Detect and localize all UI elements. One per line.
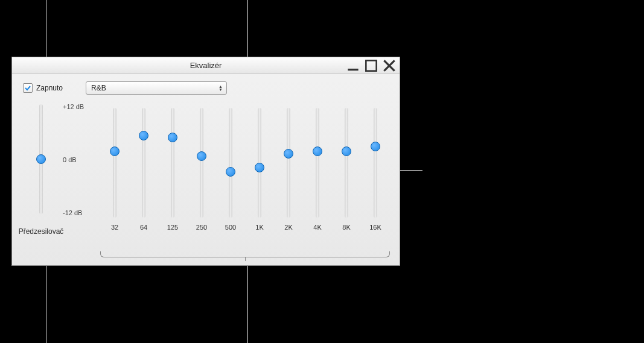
- preset-selected-value: R&B: [91, 84, 106, 92]
- band-slider-64[interactable]: [142, 108, 145, 218]
- band-slider-4K[interactable]: [316, 108, 319, 218]
- updown-icon: ▲▼: [218, 85, 223, 91]
- band-slider-thumb-1K[interactable]: [255, 163, 264, 172]
- preset-select[interactable]: R&B ▲▼: [86, 81, 227, 95]
- band-slider-32[interactable]: [113, 108, 116, 218]
- band-slider-thumb-32[interactable]: [110, 146, 120, 156]
- band-column-1K: 1K: [247, 104, 272, 231]
- equalizer-window: Ekvalizér Zapnuto R&B ▲▼: [12, 57, 400, 265]
- maximize-button[interactable]: [363, 60, 379, 72]
- maximize-icon: [363, 58, 379, 74]
- minimize-icon: [345, 58, 361, 74]
- band-slider-thumb-125[interactable]: [168, 133, 177, 142]
- band-column-500: 500: [218, 104, 243, 231]
- band-column-16K: 16K: [363, 104, 387, 231]
- close-icon: [381, 58, 397, 74]
- band-slider-thumb-64[interactable]: [139, 131, 148, 140]
- preamp-slider-thumb[interactable]: [36, 154, 46, 164]
- band-slider-250[interactable]: [200, 108, 203, 218]
- band-freq-label: 250: [196, 224, 207, 231]
- callout-line: [247, 265, 248, 343]
- preamp-column: Předzesilovač: [23, 101, 59, 254]
- band-slider-thumb-500[interactable]: [226, 167, 235, 177]
- band-column-32: 32: [103, 104, 127, 231]
- band-slider-125[interactable]: [171, 108, 174, 218]
- on-checkbox-label: Zapnuto: [36, 84, 63, 92]
- band-freq-label: 32: [111, 224, 118, 231]
- band-column-125: 125: [161, 104, 185, 231]
- window-title: Ekvalizér: [190, 61, 222, 70]
- window-controls: [345, 57, 397, 74]
- band-column-8K: 8K: [334, 104, 359, 231]
- band-column-4K: 4K: [305, 104, 330, 231]
- band-slider-16K[interactable]: [374, 108, 377, 218]
- band-slider-2K[interactable]: [287, 108, 290, 218]
- band-freq-label: 64: [140, 224, 147, 231]
- band-column-250: 250: [190, 104, 214, 231]
- band-freq-label: 16K: [369, 224, 381, 231]
- minimize-button[interactable]: [345, 60, 361, 72]
- band-freq-label: 8K: [342, 224, 350, 231]
- band-slider-thumb-250[interactable]: [197, 151, 206, 161]
- preamp-label: Předzesilovač: [19, 227, 64, 236]
- band-column-2K: 2K: [276, 104, 301, 231]
- eq-bands: 32641252505001K2K4K8K16K: [100, 101, 390, 254]
- scale-mid-label: 0 dB: [63, 156, 77, 163]
- check-icon: [24, 84, 31, 92]
- band-freq-label: 4K: [313, 224, 321, 231]
- band-slider-thumb-2K[interactable]: [284, 149, 293, 159]
- equalizer-area: Předzesilovač +12 dB 0 dB -12 dB 3264125…: [12, 97, 400, 260]
- callout-line: [46, 265, 46, 343]
- band-slider-thumb-16K[interactable]: [371, 142, 380, 151]
- close-button[interactable]: [381, 60, 397, 72]
- band-column-64: 64: [132, 104, 156, 231]
- band-slider-8K[interactable]: [345, 108, 348, 218]
- band-slider-500[interactable]: [229, 108, 232, 218]
- svg-rect-1: [366, 60, 376, 71]
- db-scale-labels: +12 dB 0 dB -12 dB: [59, 101, 95, 216]
- band-slider-1K[interactable]: [258, 108, 261, 218]
- titlebar: Ekvalizér: [12, 57, 400, 74]
- band-slider-thumb-8K[interactable]: [342, 146, 351, 156]
- on-checkbox[interactable]: [23, 83, 33, 93]
- bands-bracket-notch: [245, 257, 246, 261]
- band-freq-label: 125: [167, 224, 178, 231]
- band-freq-label: 2K: [284, 224, 292, 231]
- on-checkbox-wrap: Zapnuto: [23, 83, 63, 93]
- controls-row: Zapnuto R&B ▲▼: [12, 74, 400, 97]
- callout-line: [247, 0, 248, 57]
- band-slider-thumb-4K[interactable]: [313, 146, 322, 156]
- band-freq-label: 1K: [255, 224, 263, 231]
- bands-bracket: [100, 251, 390, 257]
- scale-top-label: +12 dB: [63, 103, 84, 110]
- preamp-slider[interactable]: [39, 104, 43, 214]
- scale-bottom-label: -12 dB: [63, 209, 82, 216]
- callout-line: [46, 0, 46, 57]
- band-freq-label: 500: [225, 224, 236, 231]
